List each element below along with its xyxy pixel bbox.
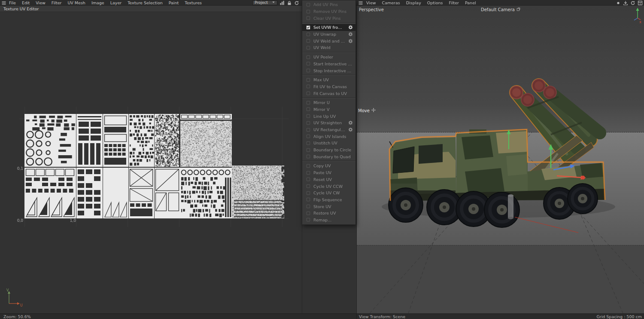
- gear-icon[interactable]: [348, 38, 353, 43]
- view-transform-status: View Transform: Scene: [359, 314, 405, 319]
- menu-item-label: Stop Interactive Mapping: [313, 68, 353, 73]
- menu-item-copy-uv[interactable]: Copy UV: [302, 163, 355, 169]
- uv-editor-menus: FileEditViewFilterUV MeshImageLayerTextu…: [6, 0, 205, 6]
- uv-axis-widget: V U: [5, 288, 25, 308]
- project-dropdown-label: Project: [255, 0, 268, 5]
- menu-item-cycle-uv-cw[interactable]: Cycle UV CW: [302, 190, 355, 196]
- menu-item-align-uv-islands[interactable]: Align UV Islands: [302, 133, 355, 140]
- viewport-menu-view[interactable]: View: [363, 0, 379, 6]
- menu-item-label: Store UV: [313, 204, 331, 209]
- menu-item-label: UV Weld: [313, 45, 331, 50]
- menu-edit[interactable]: Edit: [19, 0, 33, 6]
- menu-item-paste-uv[interactable]: Paste UV: [302, 169, 355, 176]
- x-axis-label: x: [639, 20, 641, 24]
- menu-item-label: Clear UV Pins: [313, 16, 340, 21]
- menu-item-uv-straighten[interactable]: UV Straighten: [302, 120, 355, 126]
- menu-file[interactable]: File: [6, 0, 19, 6]
- uv-context-menu: Add UV PinsRemove UV PinsClear UV PinsSe…: [302, 0, 356, 225]
- menu-paint[interactable]: Paint: [166, 0, 182, 6]
- menu-item-set-uvw-from-projection[interactable]: Set UVW from Projection: [302, 24, 355, 31]
- layout-icon[interactable]: [637, 0, 643, 6]
- menu-item-uv-weld-and-relax[interactable]: UV Weld and Relax: [302, 37, 355, 44]
- menu-item-uv-unwrap[interactable]: UV Unwrap: [302, 31, 355, 38]
- menu-separator: [302, 98, 355, 98]
- import-icon[interactable]: [623, 0, 628, 6]
- menu-image[interactable]: Image: [88, 0, 107, 6]
- menu-item-line-up-uv[interactable]: Line Up UV: [302, 113, 355, 120]
- u-axis-label: U: [20, 304, 23, 307]
- menu-layer[interactable]: Layer: [107, 0, 125, 6]
- project-dropdown[interactable]: Project: [252, 0, 277, 5]
- menu-uv-mesh[interactable]: UV Mesh: [64, 0, 88, 6]
- menu-item-fit-uv-to-canvas[interactable]: Fit UV to Canvas: [302, 83, 355, 90]
- menu-item-icon: [306, 84, 311, 89]
- record-icon[interactable]: [615, 0, 621, 6]
- menu-item-flip-sequence[interactable]: Flip Sequence: [302, 196, 355, 203]
- menu-item-icon: [306, 154, 311, 159]
- ghost-cylinder: [508, 194, 513, 219]
- gear-icon[interactable]: [348, 120, 353, 126]
- menu-item-add-uv-pins[interactable]: Add UV Pins: [302, 1, 355, 8]
- menu-item-start-interactive-mapping[interactable]: Start Interactive Mapping: [302, 61, 355, 67]
- menu-item-remap[interactable]: Remap...: [302, 217, 355, 224]
- move-tool-label: Move: [358, 108, 376, 113]
- menu-item-restore-uv[interactable]: Restore UV: [302, 210, 355, 217]
- viewport-hamburger-icon[interactable]: [358, 0, 363, 6]
- menu-item-icon: [306, 141, 311, 146]
- menu-item-uv-peeler[interactable]: UV Peeler: [302, 54, 355, 61]
- menu-item-label: Mirror V: [313, 107, 330, 112]
- lock-icon[interactable]: [286, 0, 292, 6]
- menu-filter[interactable]: Filter: [49, 0, 65, 6]
- viewport-menu-cameras[interactable]: Cameras: [379, 0, 403, 6]
- menu-item-icon: [306, 190, 311, 196]
- menu-separator: [302, 22, 355, 23]
- menu-item-icon: [306, 61, 311, 66]
- viewport-menu-filter[interactable]: Filter: [446, 0, 462, 6]
- menu-item-fit-canvas-to-uv[interactable]: Fit Canvas to UV: [302, 90, 355, 97]
- menu-item-label: Fit Canvas to UV: [313, 91, 347, 96]
- gear-icon[interactable]: [348, 127, 353, 132]
- menu-item-clear-uv-pins[interactable]: Clear UV Pins: [302, 15, 355, 21]
- gear-icon[interactable]: [348, 32, 353, 37]
- menu-item-max-uv[interactable]: Max UV: [302, 77, 355, 83]
- menu-item-reset-uv[interactable]: Reset UV: [302, 176, 355, 183]
- v-axis-label: V: [6, 288, 9, 292]
- viewport-menu-panel[interactable]: Panel: [462, 0, 479, 6]
- grid-spacing-status: Grid Spacing : 500 cm: [596, 314, 642, 319]
- measure-line: [515, 217, 578, 233]
- menu-texture-selection[interactable]: Texture Selection: [125, 0, 166, 6]
- menu-item-icon: [306, 204, 311, 209]
- viewport-menu-display[interactable]: Display: [403, 0, 424, 6]
- gizmo-x-handle: [581, 176, 585, 180]
- menu-item-boundary-to-circle[interactable]: Boundary to Circle: [302, 147, 355, 153]
- menu-item-uv-weld[interactable]: UV Weld: [302, 44, 355, 51]
- histogram-icon[interactable]: [279, 0, 285, 6]
- gear-icon[interactable]: [348, 25, 353, 30]
- menu-item-mirror-v[interactable]: Mirror V: [302, 106, 355, 113]
- menu-item-boundary-to-quad[interactable]: Boundary to Quad: [302, 153, 355, 160]
- menu-item-label: Boundary to Quad: [313, 154, 351, 159]
- menu-item-stop-interactive-mapping[interactable]: Stop Interactive Mapping: [302, 67, 355, 74]
- camera-link-icon: [516, 7, 520, 12]
- menu-textures[interactable]: Textures: [182, 0, 205, 6]
- viewport-3d[interactable]: Perspective Default Camera Move x: [356, 6, 644, 313]
- menu-item-label: Reset UV: [313, 177, 332, 182]
- menu-item-remove-uv-pins[interactable]: Remove UV Pins: [302, 8, 355, 15]
- viewport-menu-options[interactable]: Options: [424, 0, 446, 6]
- menu-view[interactable]: View: [33, 0, 49, 6]
- camera-label[interactable]: Default Camera: [357, 7, 644, 12]
- menu-item-mirror-u[interactable]: Mirror U: [302, 99, 355, 106]
- refresh-icon[interactable]: [294, 0, 299, 6]
- menu-item-icon: [306, 113, 311, 119]
- menu-item-unstitch-uv[interactable]: Unstitch UV: [302, 140, 355, 147]
- menu-item-label: UV Weld and Relax: [313, 39, 346, 43]
- move-tool-icon: [371, 108, 376, 113]
- menu-item-icon: [306, 107, 311, 112]
- scene-3d: [357, 6, 644, 313]
- refresh-view-icon[interactable]: [630, 0, 635, 6]
- menu-item-uv-rectangularize[interactable]: UV Rectangularize: [302, 126, 355, 133]
- menu-item-icon: [306, 9, 311, 14]
- menu-item-icon: [306, 15, 311, 21]
- menu-item-cycle-uv-ccw[interactable]: Cycle UV CCW: [302, 183, 355, 190]
- menu-item-store-uv[interactable]: Store UV: [302, 203, 355, 210]
